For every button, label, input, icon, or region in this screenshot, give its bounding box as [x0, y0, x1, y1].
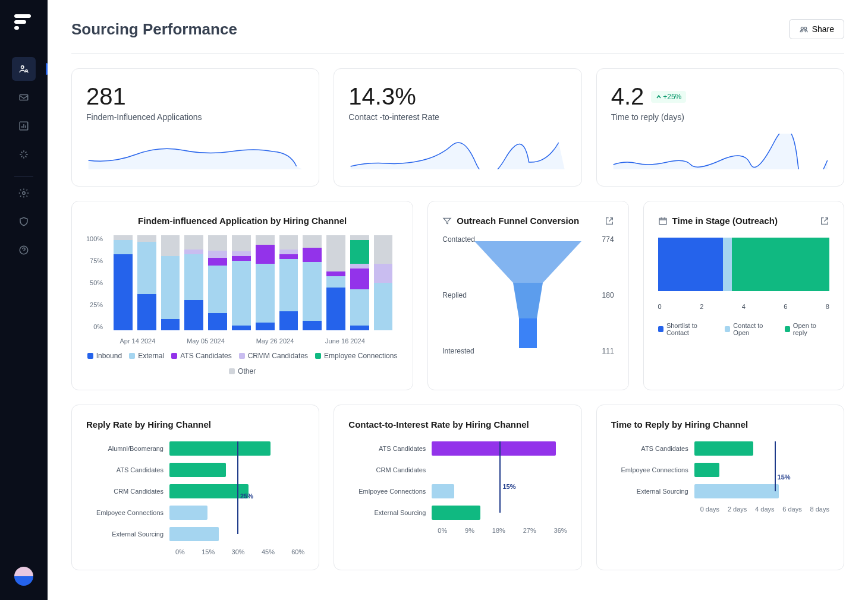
svg-marker-8 — [474, 241, 581, 283]
charts-row-2: Findem-influenced Application by Hiring … — [71, 201, 844, 390]
card-title: Findem-influenced Application by Hiring … — [86, 216, 398, 226]
legend: Shortlist to ContactContact to OpenOpen … — [658, 322, 829, 336]
kpi-time-reply[interactable]: 4.2 +25% Time to reply (days) — [596, 68, 844, 187]
x-axis: 02468 — [658, 303, 829, 310]
funnel-shape — [474, 241, 581, 348]
funnel-value: 180 — [602, 291, 614, 299]
sparkline — [348, 134, 567, 169]
card-title: Contact-to-Interest Rate by Hiring Chann… — [348, 419, 567, 430]
share-label: Share — [812, 24, 834, 34]
svg-point-0 — [21, 66, 24, 69]
svg-rect-2 — [20, 95, 28, 100]
page-title: Sourcing Performance — [71, 20, 237, 39]
open-icon[interactable] — [820, 216, 829, 226]
card-title: Time in Stage (Outreach) — [672, 216, 778, 226]
mail-icon — [18, 92, 29, 103]
logo — [14, 14, 33, 33]
funnel-card[interactable]: Outreach Funnel Conversion Contacted774 … — [427, 201, 628, 390]
help-icon — [18, 245, 29, 255]
time-stage-card[interactable]: Time in Stage (Outreach) 02468 Shortlist… — [643, 201, 844, 390]
nav-security[interactable] — [12, 210, 36, 233]
svg-point-6 — [801, 27, 803, 30]
stacked-bars — [108, 235, 398, 330]
funnel-label: Contacted — [442, 235, 475, 244]
kpi-row: 281 Findem-Influenced Applications 14.3%… — [71, 68, 844, 187]
nav-analytics[interactable] — [12, 114, 36, 138]
card-title: Time to Reply by Hiring Channel — [611, 419, 829, 430]
funnel-chart: Contacted774 Replied180 Interested111 — [442, 235, 614, 355]
time-stage-bar — [658, 238, 829, 291]
main-content: Sourcing Performance Share 281 Findem-In… — [48, 0, 868, 600]
kpi-label: Findem-Influenced Applications — [86, 112, 304, 122]
calendar-icon — [658, 216, 668, 226]
sparkline — [86, 134, 304, 169]
card-title: Outreach Funnel Conversion — [457, 216, 579, 226]
nav-people[interactable] — [12, 57, 36, 81]
hbar-chart: ATS CandidatesEmlpoyee ConnectionsExtern… — [611, 441, 829, 513]
svg-point-1 — [26, 70, 27, 72]
sparkle-icon — [18, 149, 29, 160]
sidebar — [0, 0, 48, 600]
charts-row-3: Reply Rate by Hiring Channel Alumni/Boom… — [71, 405, 844, 570]
shield-icon — [18, 216, 29, 227]
nav-sparkle[interactable] — [12, 143, 36, 166]
kpi-value: 281 — [86, 83, 304, 110]
share-button[interactable]: Share — [789, 19, 844, 39]
kpi-value: 4.2 +25% — [611, 83, 829, 110]
user-avatar[interactable] — [14, 567, 33, 586]
y-axis: 100%75%50%25%0% — [86, 235, 108, 330]
arrow-up-icon — [656, 94, 662, 100]
kpi-value: 14.3% — [348, 83, 567, 110]
kpi-contact-interest[interactable]: 14.3% Contact -to-interest Rate — [334, 68, 581, 187]
hbar-chart: Alumni/BoomerangATS CandidatesCRM Candid… — [86, 441, 304, 555]
nav-help[interactable] — [12, 238, 36, 262]
card-title: Reply Rate by Hiring Channel — [86, 419, 304, 430]
funnel-icon — [442, 216, 452, 226]
funnel-label: Replied — [442, 291, 467, 299]
reply-rate-card[interactable]: Reply Rate by Hiring Channel Alumni/Boom… — [71, 405, 319, 570]
kpi-label: Contact -to-interest Rate — [348, 112, 567, 122]
sparkline — [611, 134, 829, 169]
sidebar-divider — [14, 176, 33, 176]
svg-marker-9 — [513, 283, 543, 318]
kpi-label: Time to reply (days) — [611, 112, 829, 122]
x-axis: Apr 14 2024May 05 2024May 26 2024June 16… — [86, 337, 398, 345]
funnel-value: 111 — [602, 347, 614, 355]
legend: InboundExternalATS CandidatesCRMM Candid… — [86, 352, 398, 375]
gear-icon — [18, 188, 29, 198]
share-icon — [799, 24, 809, 34]
people-search-icon — [18, 64, 29, 74]
stacked-chart-card[interactable]: Findem-influenced Application by Hiring … — [71, 201, 413, 390]
time-reply-card[interactable]: Time to Reply by Hiring Channel ATS Cand… — [596, 405, 844, 570]
chart-icon — [18, 121, 29, 131]
kpi-delta: +25% — [651, 91, 686, 103]
funnel-label: Interested — [442, 347, 474, 355]
page-header: Sourcing Performance Share — [71, 19, 844, 54]
kpi-applications[interactable]: 281 Findem-Influenced Applications — [71, 68, 319, 187]
nav-mail[interactable] — [12, 86, 36, 109]
nav-settings[interactable] — [12, 181, 36, 205]
svg-marker-10 — [519, 318, 537, 348]
contact-interest-card[interactable]: Contact-to-Interest Rate by Hiring Chann… — [334, 405, 581, 570]
open-icon[interactable] — [605, 216, 614, 226]
svg-rect-11 — [659, 218, 666, 225]
hbar-chart: ATS CandidatesCRM CandidatesEmlpoyee Con… — [348, 441, 567, 534]
svg-point-4 — [23, 192, 26, 195]
svg-point-7 — [804, 27, 806, 30]
funnel-value: 774 — [602, 235, 614, 244]
kpi-number: 4.2 — [611, 83, 644, 110]
